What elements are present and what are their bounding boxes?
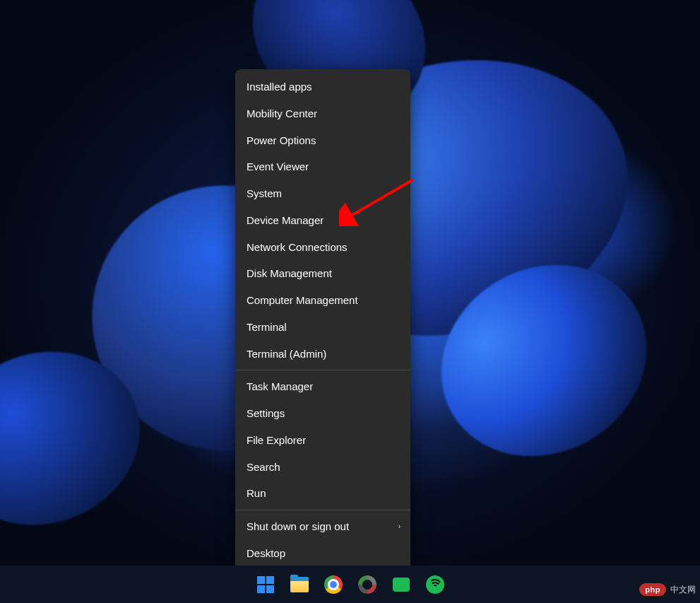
watermark-badge: php [639,583,666,596]
menu-search[interactable]: Search [235,454,410,481]
menu-computer-management[interactable]: Computer Management [235,287,410,314]
menu-item-label: Terminal [247,321,287,333]
menu-item-label: Disk Management [247,267,332,279]
menu-shutdown[interactable]: Shut down or sign out › [235,513,410,540]
menu-item-label: Mobility Center [247,107,317,119]
start-icon[interactable] [251,570,280,599]
watermark-text: 中文网 [670,584,696,596]
spotify-icon[interactable] [421,570,449,599]
menu-task-manager[interactable]: Task Manager [235,373,410,400]
menu-system[interactable]: System [235,180,410,207]
menu-desktop[interactable]: Desktop [235,540,410,567]
folder-icon [290,577,309,592]
menu-mobility-center[interactable]: Mobility Center [235,100,410,127]
chevron-right-icon: › [398,522,401,532]
circle-app-icon[interactable] [353,570,381,599]
chrome-logo-icon [324,575,343,594]
menu-item-label: Installed apps [247,81,312,93]
menu-item-label: File Explorer [247,434,306,446]
menu-item-label: Terminal (Admin) [247,348,326,360]
ring-chart-icon [358,575,376,594]
menu-file-explorer[interactable]: File Explorer [235,427,410,454]
menu-network-connections[interactable]: Network Connections [235,234,410,261]
menu-item-label: Event Viewer [247,160,309,172]
menu-item-label: Shut down or sign out [247,520,349,532]
menu-item-label: Desktop [247,547,285,559]
menu-terminal[interactable]: Terminal [235,314,410,341]
file-explorer-icon[interactable] [285,570,314,599]
menu-separator [235,370,410,370]
chrome-icon[interactable] [319,570,348,599]
menu-item-label: Task Manager [247,380,313,392]
menu-item-label: System [247,187,282,199]
menu-settings[interactable]: Settings [235,400,410,427]
menu-item-label: Network Connections [247,241,348,253]
watermark: php 中文网 [639,583,696,596]
spotify-logo-icon [426,575,444,594]
menu-device-manager[interactable]: Device Manager [235,207,410,234]
menu-item-label: Run [247,487,266,499]
menu-installed-apps[interactable]: Installed apps [235,74,410,100]
speech-bubble-icon [393,578,410,592]
menu-item-label: Search [247,461,280,473]
menu-terminal-admin[interactable]: Terminal (Admin) [235,341,410,368]
menu-item-label: Settings [247,407,285,419]
menu-power-options[interactable]: Power Options [235,127,410,154]
windows-logo-icon [257,576,274,593]
menu-item-label: Device Manager [247,214,324,226]
taskbar [0,566,700,603]
menu-event-viewer[interactable]: Event Viewer [235,153,410,180]
chat-app-icon[interactable] [387,570,415,599]
menu-item-label: Computer Management [247,294,358,306]
winx-context-menu: Installed apps Mobility Center Power Opt… [235,69,410,571]
menu-disk-management[interactable]: Disk Management [235,260,410,287]
menu-item-label: Power Options [247,134,316,146]
menu-run[interactable]: Run [235,480,410,507]
menu-separator [235,510,410,510]
